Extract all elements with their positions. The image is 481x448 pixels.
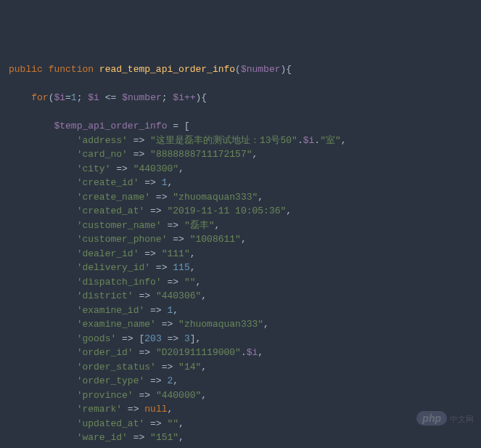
var-temp-api-order-info: $temp_api_order_info xyxy=(54,121,167,131)
watermark-php: php xyxy=(416,411,447,425)
array-key: 'province' xyxy=(77,390,133,401)
function-name: read_temp_api_order_info xyxy=(99,64,235,75)
array-key: 'city' xyxy=(77,163,111,174)
watermark-cn: 中文网 xyxy=(450,415,474,423)
watermark: php中文网 xyxy=(411,397,474,427)
array-key: 'create_name' xyxy=(77,192,150,203)
array-key: 'created_at' xyxy=(77,205,145,216)
array-key: 'remark' xyxy=(77,404,122,415)
array-key: 'order_type' xyxy=(77,375,145,386)
array-key: 'customer_name' xyxy=(77,220,162,231)
array-key: 'order_id' xyxy=(77,347,133,358)
array-key: 'create_id' xyxy=(77,177,139,188)
array-key: 'delivery_id' xyxy=(77,262,150,273)
keyword-function: function xyxy=(49,64,94,75)
keyword-for: for xyxy=(31,92,48,103)
array-key: 'examine_name' xyxy=(77,319,156,330)
array-key: 'ware_id' xyxy=(77,432,128,443)
array-key: 'updated_at' xyxy=(77,418,145,429)
array-key: 'goods' xyxy=(77,333,117,344)
keyword-public: public xyxy=(9,64,43,75)
code-block: public function read_temp_api_order_info… xyxy=(9,62,472,448)
array-key: 'dealer_id' xyxy=(77,248,139,259)
array-key: 'dispatch_info' xyxy=(77,277,162,288)
array-key: 'order_status' xyxy=(77,362,156,372)
array-key: 'card_no' xyxy=(77,149,128,160)
array-key: 'examine_id' xyxy=(77,305,145,316)
array-key: 'customer_phone' xyxy=(77,234,168,245)
array-key: 'district' xyxy=(77,290,133,301)
array-key: 'address' xyxy=(77,135,128,146)
param-number: $number xyxy=(241,64,281,75)
